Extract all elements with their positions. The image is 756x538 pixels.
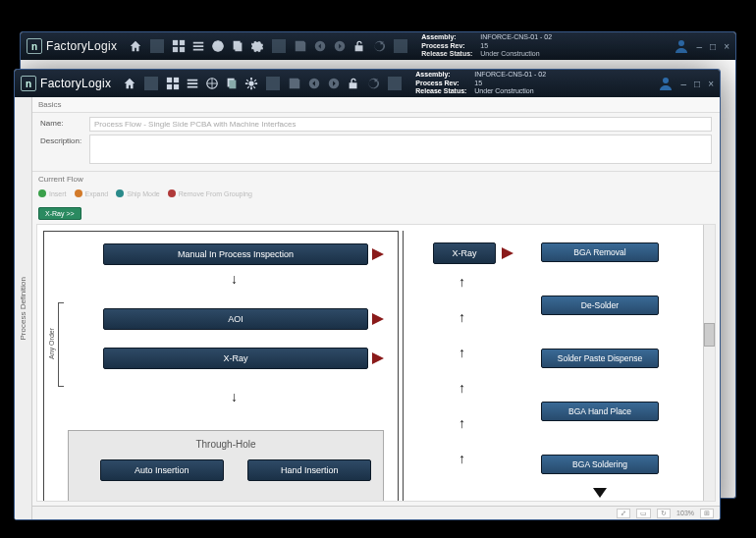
forward-icon[interactable] xyxy=(333,39,347,53)
user-icon[interactable] xyxy=(674,38,689,54)
node-de-solder[interactable]: De-Solder xyxy=(541,296,659,315)
globe-icon[interactable] xyxy=(205,77,219,90)
node-bga-hand-place[interactable]: BGA Hand Place xyxy=(541,402,659,421)
maximize-button[interactable]: □ xyxy=(694,79,700,89)
toolbar xyxy=(123,77,404,90)
node-bga-removal[interactable]: BGA Removal xyxy=(541,242,659,262)
out-arrow-icon xyxy=(372,248,384,260)
home-icon[interactable] xyxy=(123,77,136,90)
forward-icon[interactable] xyxy=(327,77,341,90)
breadcrumb-tag[interactable]: X-Ray >> xyxy=(38,207,81,220)
gear-icon[interactable] xyxy=(244,77,258,90)
basics-panel: Name: Description: xyxy=(32,113,720,172)
assembly-info: Assembly:INFORCE-CNS-01 - 02 Process Rev… xyxy=(421,33,552,59)
assembly-info: Assembly:INFORCE-CNS-01 - 02 Process Rev… xyxy=(415,71,546,96)
down-arrow-icon: ↓ xyxy=(231,389,238,404)
group-title: Through-Hole xyxy=(69,439,383,450)
name-label: Name: xyxy=(40,117,83,128)
up-arrow-icon: ↑ xyxy=(459,380,465,396)
separator xyxy=(394,39,407,53)
node-xray[interactable]: X-Ray xyxy=(103,348,368,369)
group-through-hole[interactable]: Through-Hole Auto Insertion Hand Inserti… xyxy=(68,430,384,502)
maximize-button[interactable]: □ xyxy=(710,41,716,52)
tool-ship-mode[interactable]: Ship Mode xyxy=(116,189,159,197)
description-input[interactable] xyxy=(89,134,712,164)
svg-rect-16 xyxy=(230,81,237,89)
gear-icon[interactable] xyxy=(250,39,264,53)
status-btn[interactable]: ▭ xyxy=(636,509,651,518)
section-basics-header: Basics xyxy=(32,97,720,113)
toolbar xyxy=(129,39,409,53)
refresh-icon[interactable] xyxy=(372,39,386,53)
brand-name: FactoryLogix xyxy=(40,77,111,90)
brand-logo: n xyxy=(27,38,42,54)
node-manual-inspection[interactable]: Manual In Process Inspection xyxy=(103,243,368,265)
zoom-fit[interactable]: ⊞ xyxy=(700,509,714,518)
close-button[interactable]: × xyxy=(724,41,729,52)
tool-insert[interactable]: Insert xyxy=(38,189,67,197)
grid-icon[interactable] xyxy=(166,77,180,90)
minimize-button[interactable]: – xyxy=(681,79,687,89)
node-hand-insertion[interactable]: Hand Insertion xyxy=(247,459,371,481)
svg-rect-3 xyxy=(180,47,185,52)
unlock-icon[interactable] xyxy=(347,77,360,90)
separator xyxy=(272,39,286,53)
out-arrow-icon xyxy=(502,247,513,259)
up-arrow-icon: ↑ xyxy=(459,451,465,466)
save-icon[interactable] xyxy=(294,39,307,53)
window-controls: – □ × xyxy=(658,76,714,91)
svg-point-17 xyxy=(249,81,254,85)
back-icon[interactable] xyxy=(307,77,321,90)
flow-canvas[interactable]: Manual In Process Inspection ↓ Any Order… xyxy=(36,224,716,502)
up-arrow-icon: ↑ xyxy=(459,415,465,431)
name-input[interactable] xyxy=(89,117,712,132)
zoom-value: 103% xyxy=(676,510,694,516)
vertical-scrollbar[interactable] xyxy=(703,225,715,501)
svg-rect-2 xyxy=(173,47,178,52)
status-bar: ⤢ ▭ ↻ 103% ⊞ xyxy=(32,506,720,519)
down-arrow-icon: ↓ xyxy=(231,271,238,287)
titlebar: n FactoryLogix Assembly:INFORCE-CNS-01 -… xyxy=(15,70,720,97)
save-icon[interactable] xyxy=(288,77,301,90)
svg-rect-10 xyxy=(167,78,172,82)
close-button[interactable]: × xyxy=(708,79,714,89)
back-icon[interactable] xyxy=(313,39,327,53)
svg-rect-6 xyxy=(236,43,243,52)
up-arrow-icon: ↑ xyxy=(459,274,465,290)
user-icon[interactable] xyxy=(658,76,674,91)
node-xray-entry[interactable]: X-Ray xyxy=(433,242,496,264)
left-lane: Manual In Process Inspection ↓ Any Order… xyxy=(43,231,399,502)
svg-rect-11 xyxy=(174,78,179,82)
svg-rect-1 xyxy=(180,40,185,45)
up-arrow-icon: ↑ xyxy=(459,345,465,360)
brand-logo: n xyxy=(21,76,36,91)
vertical-tabs: Process Definition xyxy=(15,97,32,519)
docs-icon[interactable] xyxy=(231,39,244,53)
tool-expand[interactable]: Expand xyxy=(75,189,109,197)
stack-icon[interactable] xyxy=(191,39,205,53)
scrollbar-thumb[interactable] xyxy=(704,323,715,347)
body: Process Definition Basics Name: Descript… xyxy=(15,97,720,519)
bracket-any-order xyxy=(58,302,64,387)
status-btn[interactable]: ↻ xyxy=(657,509,671,518)
status-btn[interactable]: ⤢ xyxy=(617,509,630,518)
refresh-icon[interactable] xyxy=(366,77,380,90)
tool-remove-grouping[interactable]: Remove From Grouping xyxy=(168,189,252,197)
up-arrow-icon: ↑ xyxy=(459,309,465,325)
stack-icon[interactable] xyxy=(186,77,199,90)
node-bga-soldering[interactable]: BGA Soldering xyxy=(541,455,659,474)
globe-icon[interactable] xyxy=(211,39,225,53)
svg-rect-0 xyxy=(173,40,178,45)
app-window-front: n FactoryLogix Assembly:INFORCE-CNS-01 -… xyxy=(14,69,721,520)
svg-rect-12 xyxy=(167,84,172,89)
docs-icon[interactable] xyxy=(225,77,239,90)
grid-icon[interactable] xyxy=(172,39,186,53)
unlock-icon[interactable] xyxy=(352,39,366,53)
node-solder-paste[interactable]: Solder Paste Dispense xyxy=(541,349,659,368)
flow-toolstrip: Insert Expand Ship Mode Remove From Grou… xyxy=(32,187,720,202)
node-aoi[interactable]: AOI xyxy=(103,308,368,330)
minimize-button[interactable]: – xyxy=(697,41,703,52)
tab-process-definition[interactable]: Process Definition xyxy=(19,277,27,340)
node-auto-insertion[interactable]: Auto Insertion xyxy=(100,459,224,481)
home-icon[interactable] xyxy=(129,39,142,53)
